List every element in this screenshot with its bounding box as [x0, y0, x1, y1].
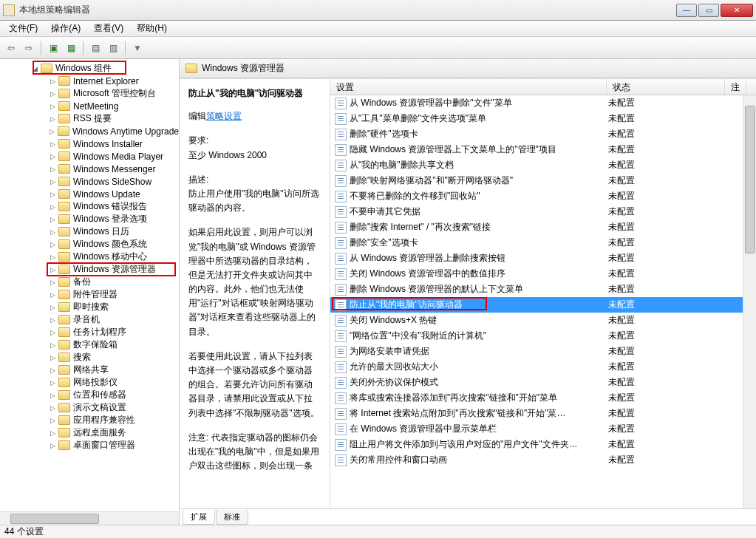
expand-icon[interactable]: ▷ [49, 228, 57, 236]
tree-scroll[interactable]: ◢ Windows 组件 ▷Internet Explorer▷Microsof… [0, 59, 179, 511]
tree-item[interactable]: ▷Windows 移动中心 [0, 251, 179, 263]
list-row[interactable]: 关闭 Windows+X 热键未配置 [330, 313, 756, 328]
tree-item[interactable]: ▷录音机 [0, 313, 179, 326]
list-row[interactable]: 删除 Windows 资源管理器的默认上下文菜单未配置 [330, 282, 756, 297]
expand-icon[interactable]: ▷ [49, 165, 57, 173]
tree-item[interactable]: ▷卓面窗口管理器 [0, 439, 179, 452]
tree-item[interactable]: ▷Windows Anytime Upgrade [0, 125, 179, 137]
expand-icon[interactable]: ▷ [49, 391, 57, 399]
list-row[interactable]: 隐藏 Windows 资源管理器上下文菜单上的"管理"项目未配置 [330, 142, 756, 157]
expand-icon[interactable]: ▷ [49, 416, 57, 424]
list-row[interactable]: 将库或搜索连接器添加到"再次搜索"链接和"开始"菜单未配置 [330, 390, 756, 406]
tree-item[interactable]: ▷Windows Messenger [0, 163, 179, 175]
tree-item[interactable]: ▷网络共享 [0, 364, 179, 376]
expand-icon[interactable]: ▷ [49, 378, 57, 387]
tree-item[interactable]: ▷NetMeeting [0, 100, 179, 112]
list-row[interactable]: 不要申请其它凭据未配置 [330, 204, 756, 219]
export-button[interactable]: ▤ [87, 40, 103, 56]
expand-icon[interactable]: ▷ [49, 190, 57, 198]
list-row[interactable]: 从"我的电脑"删除共享文档未配置 [330, 157, 756, 173]
tree-item[interactable]: ▷任务计划程序 [0, 326, 179, 338]
expand-icon[interactable]: ▷ [49, 77, 57, 85]
list-row[interactable]: 关闭常用控件和窗口动画未配置 [330, 452, 756, 468]
expand-icon[interactable]: ▷ [49, 290, 57, 299]
expand-icon[interactable]: ▷ [49, 278, 57, 286]
tree-item[interactable]: ▷搜索 [0, 351, 179, 364]
tree-item[interactable]: ▷RSS 提要 [0, 112, 179, 125]
up-button[interactable]: ▣ [45, 40, 61, 56]
expand-icon[interactable]: ▷ [49, 253, 57, 261]
tree-item[interactable]: ▷Microsoft 管理控制台 [0, 87, 179, 100]
col-state[interactable]: 状态 [607, 79, 725, 95]
list-row[interactable]: 在 Windows 资源管理器中显示菜单栏未配置 [330, 421, 756, 437]
minimize-button[interactable]: — [676, 4, 697, 17]
maximize-button[interactable]: ▭ [698, 4, 719, 17]
tree-item[interactable]: ▷演示文稿设置 [0, 401, 179, 414]
menu-action[interactable]: 操作(A) [45, 21, 86, 36]
list-row[interactable]: 防止从"我的电脑"访问驱动器未配置 [330, 297, 756, 313]
tree-item[interactable]: ▷网络投影仪 [0, 376, 179, 389]
list-row[interactable]: 关闭外壳协议保护模式未配置 [330, 375, 756, 390]
tree-item[interactable]: ▷位置和传感器 [0, 389, 179, 401]
tree-item[interactable]: ▷Windows Update [0, 188, 179, 200]
expand-icon[interactable]: ▷ [49, 89, 57, 98]
menu-file[interactable]: 文件(F) [3, 21, 44, 36]
expand-icon[interactable]: ▷ [49, 152, 57, 160]
list-row[interactable]: 删除"硬件"选项卡未配置 [330, 126, 756, 142]
expand-icon[interactable]: ▷ [49, 202, 57, 211]
expand-icon[interactable]: ▷ [49, 366, 57, 374]
list-row[interactable]: 允许的最大回收站大小未配置 [330, 359, 756, 375]
tree-item[interactable]: ▷应用程序兼容性 [0, 414, 179, 426]
list-row[interactable]: 阻止用户将文件添加到与该用户对应的"用户文件"文件夹…未配置 [330, 437, 756, 452]
tree-h-scrollbar[interactable] [0, 511, 179, 525]
collapse-icon[interactable]: ◢ [31, 64, 39, 72]
tree-item[interactable]: ▷Windows 颜色系统 [0, 238, 179, 251]
list-row[interactable]: 将 Internet 搜索站点附加到"再次搜索"链接和"开始"菜…未配置 [330, 406, 756, 421]
tree-item[interactable]: ▷Windows Installer [0, 137, 179, 150]
tab-standard[interactable]: 标准 [216, 510, 248, 525]
list-row[interactable]: 删除"安全"选项卡未配置 [330, 235, 756, 251]
expand-icon[interactable]: ▷ [49, 341, 57, 349]
expand-icon[interactable]: ▷ [49, 429, 57, 437]
list-row[interactable]: 为网络安装申请凭据未配置 [330, 344, 756, 359]
list-v-scrollbar[interactable] [743, 95, 756, 508]
list-row[interactable]: 删除"搜索 Internet" / "再次搜索"链接未配置 [330, 219, 756, 235]
expand-icon[interactable]: ▷ [49, 240, 57, 248]
tree-item[interactable]: ▷Internet Explorer [0, 75, 179, 87]
expand-icon[interactable]: ▷ [49, 265, 57, 273]
tree-item[interactable]: ▷Windows 错误报告 [0, 200, 179, 213]
list-row[interactable]: 不要将已删除的文件移到"回收站"未配置 [330, 188, 756, 204]
tree-item[interactable]: ▷附件管理器 [0, 288, 179, 301]
filter-button[interactable]: ▼ [129, 40, 146, 56]
tree-item[interactable]: ▷即时搜索 [0, 301, 179, 313]
close-button[interactable]: ✕ [721, 4, 753, 17]
tree-item[interactable]: ▷数字保险箱 [0, 338, 179, 351]
expand-icon[interactable]: ▷ [49, 215, 57, 223]
menu-view[interactable]: 查看(V) [88, 21, 129, 36]
tab-extended[interactable]: 扩展 [183, 510, 215, 525]
edit-policy-link[interactable]: 策略设置 [206, 111, 242, 121]
expand-icon[interactable]: ▷ [49, 303, 57, 311]
list-row[interactable]: 删除"映射网络驱动器"和"断开网络驱动器"未配置 [330, 173, 756, 188]
menu-help[interactable]: 帮助(H) [131, 21, 173, 36]
list-row[interactable]: 关闭 Windows 资源管理器中的数值排序未配置 [330, 266, 756, 282]
tree-item[interactable]: ▷远程桌面服务 [0, 426, 179, 439]
forward-button[interactable]: ⇨ [21, 40, 37, 56]
expand-icon[interactable]: ▷ [49, 140, 57, 148]
expand-icon[interactable]: ▷ [49, 316, 57, 324]
expand-icon[interactable]: ▷ [49, 441, 57, 449]
expand-icon[interactable]: ▷ [49, 353, 57, 361]
list-row[interactable]: 从 Windows 资源管理器中删除"文件"菜单未配置 [330, 95, 756, 111]
tree-item[interactable]: ▷备份 [0, 276, 179, 288]
tree-item[interactable]: ▷Windows 资源管理器 [0, 263, 179, 276]
expand-icon[interactable]: ▷ [49, 127, 56, 135]
list-row[interactable]: 从 Windows 资源管理器上删除搜索按钮未配置 [330, 251, 756, 266]
expand-icon[interactable]: ▷ [49, 177, 57, 185]
expand-icon[interactable]: ▷ [49, 102, 57, 110]
back-button[interactable]: ⇦ [3, 40, 19, 56]
tree-item[interactable]: ▷Windows Media Player [0, 150, 179, 163]
tree-item[interactable]: ▷Windows SideShow [0, 175, 179, 188]
col-setting[interactable]: 设置 [330, 79, 607, 95]
tree-root[interactable]: ◢ Windows 组件 [0, 62, 179, 75]
list-row[interactable]: "网络位置"中没有"我附近的计算机"未配置 [330, 328, 756, 344]
